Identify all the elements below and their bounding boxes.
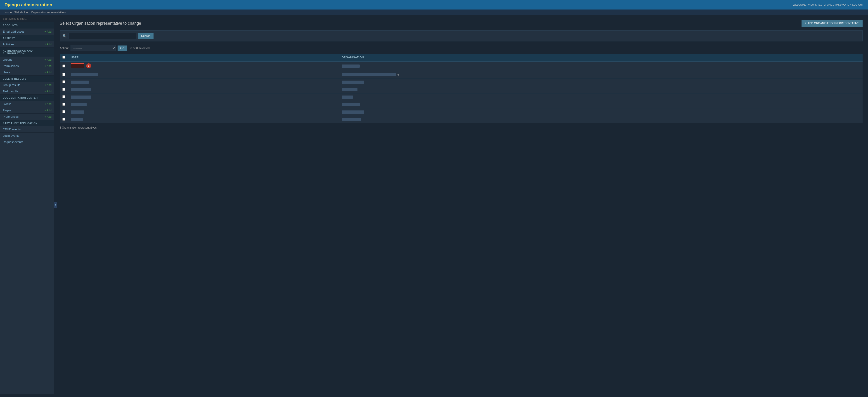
sidebar-link-blocks[interactable]: Blocks (3, 102, 11, 106)
sidebar-link-activities[interactable]: Activities (3, 42, 14, 46)
sidebar-item-pages[interactable]: Pages + Add (0, 107, 54, 114)
result-count: 8 Organisation representatives (60, 126, 863, 129)
sidebar-link-preferences[interactable]: Preferences (3, 115, 19, 118)
action-select[interactable]: --------- (70, 45, 116, 51)
row-user-link[interactable]: 1 (71, 63, 91, 68)
row-checkbox[interactable] (62, 118, 65, 121)
search-input[interactable] (68, 33, 136, 39)
sidebar-filter-input[interactable] (0, 16, 54, 22)
breadcrumb-stakeholder[interactable]: Stakeholder (14, 11, 29, 14)
header-user[interactable]: USER (68, 54, 339, 61)
row-checkbox[interactable] (62, 64, 65, 67)
site-title[interactable]: Django administration (4, 2, 52, 7)
sidebar-link-login-events[interactable]: Login events (3, 134, 20, 137)
table-row (60, 93, 863, 101)
sidebar-add-group-results[interactable]: + Add (44, 84, 52, 87)
row-user-link[interactable] (71, 88, 91, 91)
view-site-link[interactable]: VIEW SITE (808, 3, 821, 6)
change-password-link[interactable]: CHANGE PASSWORD (824, 3, 849, 6)
sidebar-item-crud-events[interactable]: CRUD events (0, 126, 54, 133)
breadcrumb-home[interactable]: Home (4, 11, 12, 14)
row-user-link[interactable] (71, 118, 83, 121)
sidebar-item-blocks[interactable]: Blocks + Add (0, 101, 54, 107)
sidebar-link-users[interactable]: Users (3, 70, 10, 74)
sidebar-link-crud-events[interactable]: CRUD events (3, 127, 21, 131)
row-checkbox[interactable] (62, 73, 65, 76)
sidebar-add-pages[interactable]: + Add (44, 109, 52, 112)
sidebar-link-email-addresses[interactable]: Email addresses (3, 30, 24, 33)
table-row (60, 79, 863, 86)
page-title: Select Organisation representative to ch… (60, 21, 141, 26)
page-header: Select Organisation representative to ch… (60, 20, 863, 27)
select-all-checkbox[interactable] (62, 56, 65, 59)
row-organisation (342, 95, 353, 99)
table-row (60, 101, 863, 108)
table-row (60, 86, 863, 93)
add-organisation-representative-button[interactable]: + ADD ORGANISATION REPRESENTATIVE (802, 20, 863, 27)
row-badge: 1 (86, 63, 91, 68)
row-checkbox[interactable] (62, 110, 65, 113)
sidebar-add-blocks[interactable]: + Add (44, 103, 52, 106)
search-icon: 🔍 (63, 34, 66, 38)
header-organisation[interactable]: ORGANISATION (339, 54, 863, 61)
row-checkbox[interactable] (62, 95, 65, 98)
go-button[interactable]: Go (118, 46, 127, 51)
sidebar-section-activity: ACTIVITY (0, 35, 54, 41)
sidebar-link-groups[interactable]: Groups (3, 58, 12, 61)
sidebar-add-preferences[interactable]: + Add (44, 115, 52, 118)
user-tools: WELCOME, VIEW SITE / CHANGE PASSWORD / L… (793, 3, 864, 6)
sidebar-section-auth: AUTHENTICATION AND AUTHORIZATION (0, 48, 54, 57)
sidebar-add-activities[interactable]: + Add (44, 43, 52, 46)
sidebar-toggle[interactable]: ‹ (54, 202, 57, 208)
row-organisation (342, 118, 361, 121)
table-row: 1 (60, 61, 863, 71)
sidebar-link-pages[interactable]: Pages (3, 109, 11, 112)
row-organisation (342, 88, 358, 91)
table-row (60, 116, 863, 123)
sidebar-add-users[interactable]: + Add (44, 71, 52, 74)
row-user-link[interactable] (71, 95, 91, 99)
row-user-link[interactable] (71, 110, 84, 114)
sidebar-item-login-events[interactable]: Login events (0, 133, 54, 139)
table-header-row: USER ORGANISATION (60, 54, 863, 61)
sidebar-item-request-events[interactable]: Request events (0, 139, 54, 145)
row-organisation (342, 64, 360, 68)
search-button[interactable]: Search (138, 33, 154, 39)
add-button-label: ADD ORGANISATION REPRESENTATIVE (808, 22, 860, 25)
sidebar-add-permissions[interactable]: + Add (44, 64, 52, 68)
row-organisation (342, 73, 396, 76)
welcome-text: WELCOME, (793, 3, 806, 6)
red-box-indicator (71, 63, 84, 68)
row-user-link[interactable] (71, 103, 87, 106)
sidebar-link-request-events[interactable]: Request events (3, 140, 23, 144)
breadcrumb: Home › Stakeholder › Organisation repres… (0, 9, 868, 16)
sidebar-item-users[interactable]: Users + Add (0, 69, 54, 76)
row-checkbox[interactable] (62, 103, 65, 106)
sidebar-item-preferences[interactable]: Preferences + Add (0, 114, 54, 120)
sidebar-item-permissions[interactable]: Permissions + Add (0, 63, 54, 69)
sidebar-item-task-results[interactable]: Task results + Add (0, 88, 54, 94)
sidebar-item-email-addresses[interactable]: Email addresses + Add (0, 29, 54, 35)
sidebar-add-groups[interactable]: + Add (44, 58, 52, 61)
row-organisation (342, 103, 360, 106)
row-checkbox[interactable] (62, 80, 65, 83)
table-row: nt (60, 71, 863, 79)
row-user-link[interactable] (71, 81, 89, 84)
action-label: Action: (60, 47, 69, 50)
sidebar-link-task-results[interactable]: Task results (3, 90, 18, 93)
sidebar-item-group-results[interactable]: Group results + Add (0, 82, 54, 88)
sidebar-link-group-results[interactable]: Group results (3, 83, 20, 87)
selected-count: 0 of 8 selected (130, 47, 150, 50)
search-bar: 🔍 Search (60, 30, 863, 41)
row-user-link[interactable] (71, 73, 98, 76)
sidebar-item-groups[interactable]: Groups + Add (0, 57, 54, 63)
row-checkbox[interactable] (62, 88, 65, 91)
sidebar-add-email-addresses[interactable]: + Add (44, 30, 52, 33)
row-organisation (342, 81, 364, 84)
sidebar-section-celery: CELERY RESULTS (0, 76, 54, 82)
sidebar-item-activities[interactable]: Activities + Add (0, 41, 54, 48)
sidebar: ACCOUNTS Email addresses + Add ACTIVITY … (0, 16, 54, 394)
sidebar-add-task-results[interactable]: + Add (44, 90, 52, 93)
log-out-link[interactable]: LOG OUT (852, 3, 864, 6)
sidebar-link-permissions[interactable]: Permissions (3, 64, 19, 68)
